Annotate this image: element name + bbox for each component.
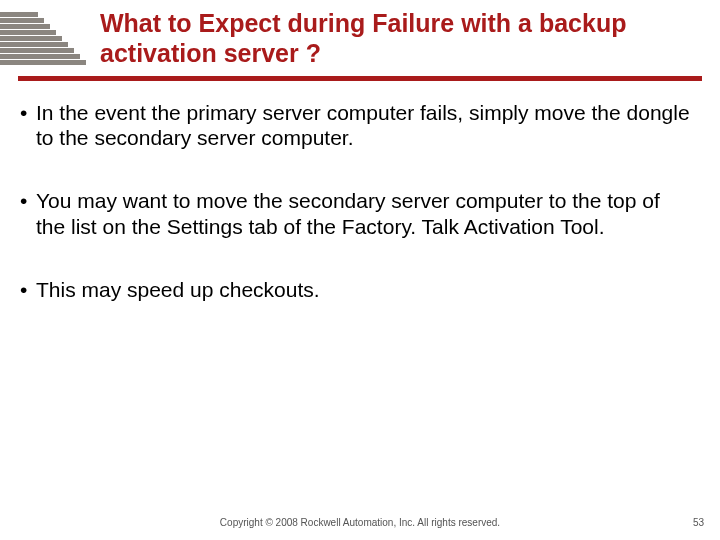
bullet-dot-icon: • — [20, 277, 36, 302]
bullet-text: This may speed up checkouts. — [36, 277, 690, 302]
bullet-dot-icon: • — [20, 188, 36, 213]
bullet-item: • You may want to move the secondary ser… — [20, 188, 690, 238]
slide-title: What to Expect during Failure with a bac… — [100, 8, 690, 68]
slide-header: What to Expect during Failure with a bac… — [0, 0, 720, 86]
bullet-item: • In the event the primary server comput… — [20, 100, 690, 150]
bullet-item: • This may speed up checkouts. — [20, 277, 690, 302]
bullet-text: In the event the primary server computer… — [36, 100, 690, 150]
decorative-stripes — [0, 12, 86, 66]
slide-body: • In the event the primary server comput… — [20, 100, 690, 340]
bullet-dot-icon: • — [20, 100, 36, 125]
bullet-text: You may want to move the secondary serve… — [36, 188, 690, 238]
header-rule — [18, 76, 702, 81]
copyright-footer: Copyright © 2008 Rockwell Automation, In… — [0, 517, 720, 528]
page-number: 53 — [693, 517, 704, 528]
